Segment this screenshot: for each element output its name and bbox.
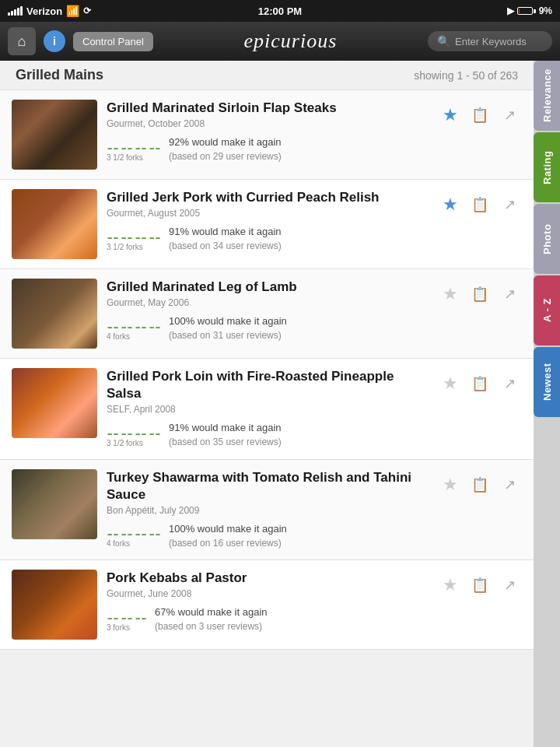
tab-rating[interactable]: Rating xyxy=(534,132,560,202)
search-input[interactable] xyxy=(455,36,543,47)
recipe-item[interactable]: Pork Kebabs al Pastor Gourmet, June 2008… xyxy=(0,560,534,650)
recipe-source: Bon Appétit, July 2009 xyxy=(107,505,429,516)
search-icon: 🔍 xyxy=(437,35,450,47)
fork-icon: ⚋ xyxy=(121,524,133,538)
recipe-name: Grilled Pork Loin with Fire-Roasted Pine… xyxy=(107,368,429,402)
recipe-item[interactable]: Grilled Marinated Leg of Lamb Gourmet, M… xyxy=(0,269,534,359)
list-title: Grilled Mains xyxy=(16,67,103,83)
share-button[interactable]: ↗ xyxy=(497,192,522,217)
top-nav: ⌂ i Control Panel epicurious 🔍 xyxy=(0,22,560,61)
fork-icon: ⚋ xyxy=(121,227,133,241)
home-button[interactable]: ⌂ xyxy=(8,27,36,55)
fork-icon: ⚋ xyxy=(107,423,119,437)
fork-icon: ⚋ xyxy=(135,423,147,437)
share-button[interactable]: ↗ xyxy=(497,573,522,598)
forks-icons: ⚋⚋⚋⚋ xyxy=(107,138,161,152)
notes-button[interactable]: 📋 xyxy=(467,282,492,307)
recipe-item[interactable]: Grilled Pork Loin with Fire-Roasted Pine… xyxy=(0,359,534,460)
tab-relevance[interactable]: Relevance xyxy=(534,61,560,131)
forks-icons: ⚋⚋⚋⚋ xyxy=(107,524,161,538)
recipe-list[interactable]: Grilled Mains showing 1 - 50 of 263 Gril… xyxy=(0,61,534,747)
star-button[interactable]: ★ xyxy=(438,282,463,307)
tab-az[interactable]: A - Z xyxy=(534,275,560,345)
tab-photo[interactable]: Photo xyxy=(534,204,560,274)
recipe-actions: ★ 📋 ↗ xyxy=(438,469,522,497)
recipe-source: Gourmet, October 2008 xyxy=(107,118,429,129)
search-bar[interactable]: 🔍 xyxy=(428,31,552,51)
recipe-info: Turkey Shawarma with Tomato Relish and T… xyxy=(107,469,429,551)
forks-label: 3 forks xyxy=(107,623,130,632)
status-bar-left: Verizon 📶 ⟳ xyxy=(8,5,91,17)
notes-button[interactable]: 📋 xyxy=(467,103,492,128)
fork-icon: ⚋ xyxy=(135,317,147,331)
fork-icon: ⚋ xyxy=(135,227,147,241)
forks-container: ⚋⚋⚋⚋ 3 1/2 forks xyxy=(107,138,161,162)
fork-icon: ⚋ xyxy=(149,227,161,241)
recipe-item[interactable]: Grilled Marinated Sirloin Flap Steaks Go… xyxy=(0,90,534,180)
sidebar-tabs: Relevance Rating Photo A - Z Newest xyxy=(534,61,560,747)
recipe-actions: ★ 📋 ↗ xyxy=(438,368,522,396)
star-button[interactable]: ★ xyxy=(438,573,463,598)
recipe-info: Grilled Pork Loin with Fire-Roasted Pine… xyxy=(107,368,429,450)
recipe-pct: 100% would make it again(based on 16 use… xyxy=(169,522,287,550)
fork-icon: ⚋ xyxy=(135,608,147,622)
star-button[interactable]: ★ xyxy=(438,472,463,497)
star-button[interactable]: ★ xyxy=(438,103,463,128)
forks-label: 3 1/2 forks xyxy=(107,153,143,162)
recipe-actions: ★ 📋 ↗ xyxy=(438,189,522,217)
forks-label: 3 1/2 forks xyxy=(107,439,143,447)
recipe-thumbnail[interactable] xyxy=(12,368,97,438)
fork-icon: ⚋ xyxy=(135,138,147,152)
fork-icon: ⚋ xyxy=(107,138,119,152)
recipe-thumbnail[interactable] xyxy=(12,570,97,640)
forks-icons: ⚋⚋⚋⚋ xyxy=(107,317,161,331)
fork-icon: ⚋ xyxy=(107,608,119,622)
notes-button[interactable]: 📋 xyxy=(467,192,492,217)
recipe-pct: 91% would make it again(based on 35 user… xyxy=(169,421,282,449)
control-panel-button[interactable]: Control Panel xyxy=(73,32,153,51)
recipe-info: Grilled Marinated Leg of Lamb Gourmet, M… xyxy=(107,279,429,342)
notes-button[interactable]: 📋 xyxy=(467,472,492,497)
signal-bars-icon xyxy=(8,6,23,16)
notes-button[interactable]: 📋 xyxy=(467,371,492,396)
notes-button[interactable]: 📋 xyxy=(467,573,492,598)
recipe-info: Grilled Jerk Pork with Curried Peach Rel… xyxy=(107,189,429,253)
star-button[interactable]: ★ xyxy=(438,371,463,396)
status-bar: Verizon 📶 ⟳ 12:00 PM ▶ 9% xyxy=(0,0,560,22)
recipe-info: Pork Kebabs al Pastor Gourmet, June 2008… xyxy=(107,570,429,633)
battery-indicator xyxy=(517,7,536,15)
recipe-thumbnail[interactable] xyxy=(12,469,97,539)
recipe-source: Gourmet, June 2008 xyxy=(107,588,429,599)
share-button[interactable]: ↗ xyxy=(497,282,522,307)
recipe-item[interactable]: Grilled Jerk Pork with Curried Peach Rel… xyxy=(0,180,534,269)
forks-label: 4 forks xyxy=(107,539,130,548)
forks-label: 4 forks xyxy=(107,332,130,341)
recipe-pct: 92% would make it again(based on 29 user… xyxy=(169,135,282,163)
app-logo: epicurious xyxy=(161,30,420,53)
recipe-thumbnail[interactable] xyxy=(12,100,97,170)
fork-icon: ⚋ xyxy=(121,138,133,152)
recipe-thumbnail[interactable] xyxy=(12,279,97,349)
recipe-actions: ★ 📋 ↗ xyxy=(438,100,522,128)
share-button[interactable]: ↗ xyxy=(497,103,522,128)
recipe-info: Grilled Marinated Sirloin Flap Steaks Go… xyxy=(107,100,429,163)
location-icon: ▶ xyxy=(507,5,514,16)
tab-newest[interactable]: Newest xyxy=(534,347,560,417)
star-button[interactable]: ★ xyxy=(438,192,463,217)
recipe-name: Pork Kebabs al Pastor xyxy=(107,570,429,587)
fork-icon: ⚋ xyxy=(135,524,147,538)
fork-icon: ⚋ xyxy=(149,317,161,331)
forks-container: ⚋⚋⚋⚋ 3 1/2 forks xyxy=(107,227,161,251)
share-button[interactable]: ↗ xyxy=(497,371,522,396)
recipe-item[interactable]: Turkey Shawarma with Tomato Relish and T… xyxy=(0,460,534,561)
info-button[interactable]: i xyxy=(44,30,65,52)
recipe-thumbnail[interactable] xyxy=(12,189,97,259)
recipe-name: Grilled Marinated Sirloin Flap Steaks xyxy=(107,100,429,117)
fork-icon: ⚋ xyxy=(121,608,133,622)
recipe-pct: 100% would make it again(based on 31 use… xyxy=(169,314,287,342)
forks-icons: ⚋⚋⚋⚋ xyxy=(107,423,161,437)
share-button[interactable]: ↗ xyxy=(497,472,522,497)
recipe-rating-row: ⚋⚋⚋⚋ 4 forks 100% would make it again(ba… xyxy=(107,314,429,342)
recipes-container: Grilled Marinated Sirloin Flap Steaks Go… xyxy=(0,90,534,650)
battery-pct: 9% xyxy=(539,5,552,16)
